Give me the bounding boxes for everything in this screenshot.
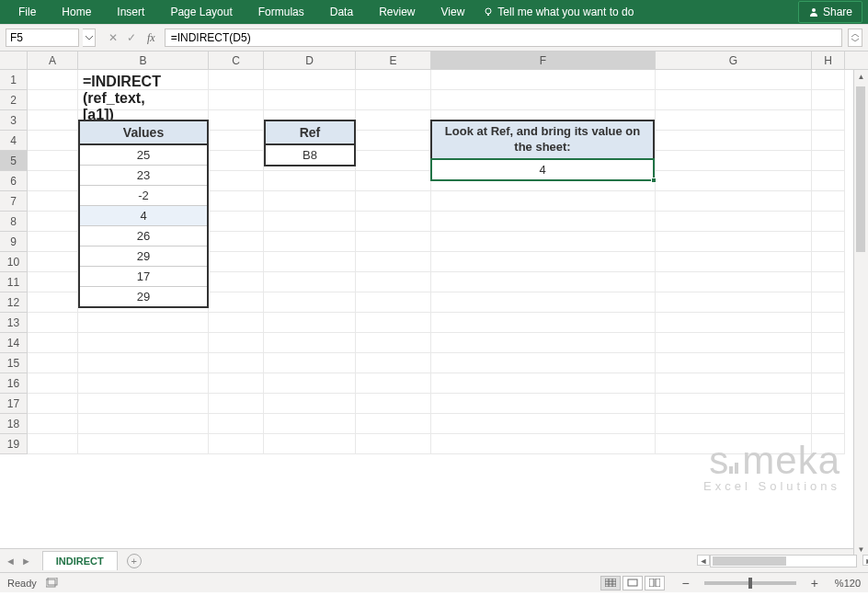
- tab-data[interactable]: Data: [317, 0, 366, 24]
- cell-E18[interactable]: [356, 414, 431, 434]
- cell-E2[interactable]: [356, 90, 431, 110]
- cell-E15[interactable]: [356, 353, 431, 373]
- tab-review[interactable]: Review: [366, 0, 428, 24]
- cell-A2[interactable]: [28, 90, 78, 110]
- cell-H15[interactable]: [812, 353, 845, 373]
- row-header-15[interactable]: 15: [0, 353, 28, 373]
- cell-F1[interactable]: [431, 70, 656, 90]
- cell-A11[interactable]: [28, 272, 78, 292]
- tab-file[interactable]: File: [6, 0, 49, 24]
- cell-F12[interactable]: [431, 292, 656, 313]
- row-header-3[interactable]: 3: [0, 110, 28, 131]
- cell-A9[interactable]: [28, 232, 78, 252]
- cell-C4[interactable]: [209, 131, 264, 151]
- cell-A7[interactable]: [28, 191, 78, 212]
- row-header-10[interactable]: 10: [0, 252, 28, 272]
- row-header-16[interactable]: 16: [0, 373, 28, 394]
- cell-C10[interactable]: [209, 252, 264, 272]
- cell-H19[interactable]: [812, 434, 845, 454]
- sheet-tab-indirect[interactable]: INDIRECT: [42, 551, 118, 570]
- cell-H5[interactable]: [812, 151, 845, 171]
- cell-C9[interactable]: [209, 232, 264, 252]
- tab-nav-prev-icon[interactable]: ◄: [6, 556, 16, 567]
- row-header-6[interactable]: 6: [0, 171, 28, 191]
- col-header-a[interactable]: A: [28, 52, 78, 69]
- col-header-f[interactable]: F: [431, 52, 656, 69]
- formula-expand[interactable]: [848, 29, 862, 47]
- cell-G11[interactable]: [656, 272, 812, 292]
- hscroll-right-icon[interactable]: ►: [862, 555, 868, 566]
- horizontal-scrollbar[interactable]: [710, 555, 857, 567]
- col-header-c[interactable]: C: [209, 52, 264, 69]
- share-button[interactable]: Share: [798, 1, 862, 23]
- vscroll-thumb[interactable]: [856, 86, 865, 252]
- tab-page-layout[interactable]: Page Layout: [157, 0, 245, 24]
- cell-D12[interactable]: [264, 292, 356, 313]
- cell-F14[interactable]: [431, 333, 656, 353]
- cell-F13[interactable]: [431, 313, 656, 333]
- cell-A8[interactable]: [28, 212, 78, 232]
- cell-B16[interactable]: [78, 373, 209, 394]
- cell-E17[interactable]: [356, 394, 431, 414]
- cell-D18[interactable]: [264, 414, 356, 434]
- cell-E12[interactable]: [356, 292, 431, 313]
- select-all-corner[interactable]: [0, 52, 28, 69]
- cell-F16[interactable]: [431, 373, 656, 394]
- vertical-scrollbar[interactable]: ▲ ▼: [853, 70, 868, 557]
- cell-D9[interactable]: [264, 232, 356, 252]
- hscroll-thumb[interactable]: [713, 556, 786, 566]
- cell-G2[interactable]: [656, 90, 812, 110]
- cell-D7[interactable]: [264, 191, 356, 212]
- cell-H18[interactable]: [812, 414, 845, 434]
- cell-H12[interactable]: [812, 292, 845, 313]
- cell-F11[interactable]: [431, 272, 656, 292]
- cell-H3[interactable]: [812, 110, 845, 131]
- cell-H9[interactable]: [812, 232, 845, 252]
- cell-D6[interactable]: [264, 171, 356, 191]
- tell-me[interactable]: Tell me what you want to do: [483, 6, 634, 18]
- enter-icon[interactable]: ✓: [127, 31, 136, 44]
- cell-G9[interactable]: [656, 232, 812, 252]
- name-box[interactable]: [6, 29, 79, 47]
- cell-A12[interactable]: [28, 292, 78, 313]
- row-header-11[interactable]: 11: [0, 272, 28, 292]
- cell-C7[interactable]: [209, 191, 264, 212]
- zoom-in-button[interactable]: +: [811, 576, 818, 590]
- cell-D17[interactable]: [264, 394, 356, 414]
- cell-G14[interactable]: [656, 333, 812, 353]
- cell-G13[interactable]: [656, 313, 812, 333]
- cell-F9[interactable]: [431, 232, 656, 252]
- cell-A1[interactable]: [28, 70, 78, 90]
- fx-icon[interactable]: fx: [147, 31, 155, 45]
- tab-home[interactable]: Home: [49, 0, 104, 24]
- cell-C8[interactable]: [209, 212, 264, 232]
- cell-A6[interactable]: [28, 171, 78, 191]
- cell-C11[interactable]: [209, 272, 264, 292]
- cell-C3[interactable]: [209, 110, 264, 131]
- cell-G18[interactable]: [656, 414, 812, 434]
- cell-E5[interactable]: [356, 151, 431, 171]
- tab-insert[interactable]: Insert: [104, 0, 157, 24]
- cell-G3[interactable]: [656, 110, 812, 131]
- cell-F15[interactable]: [431, 353, 656, 373]
- cancel-icon[interactable]: ✕: [108, 31, 118, 44]
- cell-B14[interactable]: [78, 333, 209, 353]
- cell-D2[interactable]: [264, 90, 356, 110]
- cell-B15[interactable]: [78, 353, 209, 373]
- cell-C17[interactable]: [209, 394, 264, 414]
- cell-B19[interactable]: [78, 434, 209, 454]
- hscroll-left-icon[interactable]: ◄: [697, 555, 710, 566]
- cell-A3[interactable]: [28, 110, 78, 131]
- cell-C2[interactable]: [209, 90, 264, 110]
- cell-A5[interactable]: [28, 151, 78, 171]
- cell-F10[interactable]: [431, 252, 656, 272]
- cell-E19[interactable]: [356, 434, 431, 454]
- cell-G1[interactable]: [656, 70, 812, 90]
- cell-G17[interactable]: [656, 394, 812, 414]
- cell-H17[interactable]: [812, 394, 845, 414]
- cell-H11[interactable]: [812, 272, 845, 292]
- view-page-break-button[interactable]: [645, 576, 665, 590]
- cell-H7[interactable]: [812, 191, 845, 212]
- cell-G15[interactable]: [656, 353, 812, 373]
- row-header-4[interactable]: 4: [0, 131, 28, 151]
